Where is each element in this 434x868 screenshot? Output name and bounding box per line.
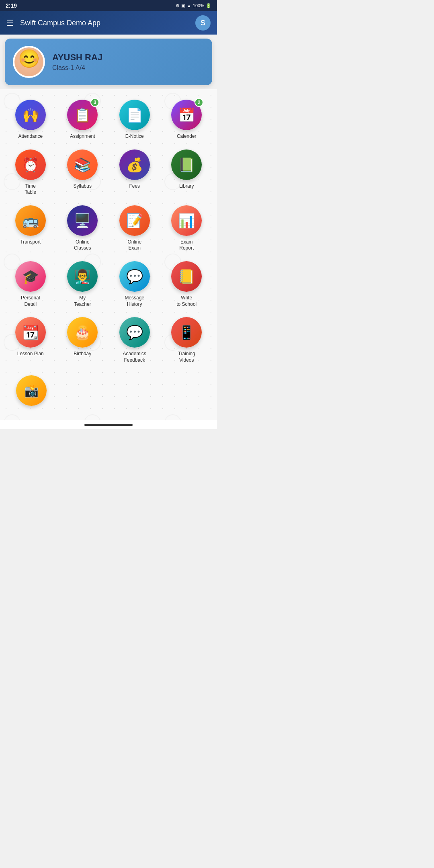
- badge-assignment: 3: [90, 98, 99, 107]
- profile-info: AYUSH RAJ Class-1 A/4: [52, 52, 102, 72]
- battery-icon: 🔋: [206, 3, 211, 8]
- profile-avatar-button[interactable]: S: [195, 15, 211, 31]
- status-icons: ⚙ ▣ ▲ 100% 🔋: [176, 3, 211, 8]
- grid-item-e-notice[interactable]: 📄 E-Notice: [110, 96, 160, 143]
- label-e-notice: E-Notice: [125, 133, 144, 140]
- wifi-icon: ▣: [181, 3, 185, 8]
- icon-message-history: 💬: [119, 261, 150, 292]
- label-time-table: TimeTable: [25, 183, 36, 196]
- label-write-to-school: Writeto School: [176, 295, 197, 307]
- grid-item-lesson-plan[interactable]: 📆 Lesson Plan: [6, 313, 55, 366]
- bottom-bar: [0, 420, 217, 429]
- grid-item-partial[interactable]: 📸: [6, 371, 57, 412]
- label-calender: Calender: [177, 133, 197, 140]
- grid-item-online-classes[interactable]: 🖥️ OnlineClasses: [58, 201, 108, 255]
- icon-birthday: 🎂: [67, 317, 98, 348]
- label-assignment: Assignment: [70, 133, 95, 140]
- label-message-history: MessageHistory: [125, 295, 144, 307]
- grid-item-exam-report[interactable]: 📊 ExamReport: [162, 201, 212, 255]
- icon-write-to-school: 📒: [171, 261, 202, 292]
- grid-item-library[interactable]: 📗 Library: [162, 145, 212, 199]
- label-lesson-plan: Lesson Plan: [17, 351, 44, 357]
- label-fees: Fees: [129, 183, 140, 190]
- signal-icon: ▲: [187, 3, 191, 8]
- icon-calender: 📅 2: [171, 100, 202, 130]
- app-title: Swift Campus Demo App: [20, 19, 195, 27]
- icon-transport: 🚌: [15, 205, 46, 236]
- icon-lesson-plan: 📆: [15, 317, 46, 348]
- label-personal-detail: PersonalDetail: [21, 295, 40, 307]
- icon-exam-report: 📊: [171, 205, 202, 236]
- grid-item-transport[interactable]: 🚌 Transport: [6, 201, 55, 255]
- grid-item-calender[interactable]: 📅 2 Calender: [162, 96, 212, 143]
- status-time: 2:19: [6, 2, 17, 9]
- grid-item-online-exam[interactable]: 📝 OnlineExam: [110, 201, 160, 255]
- grid-item-birthday[interactable]: 🎂 Birthday: [58, 313, 108, 366]
- grid-item-academics-feedback[interactable]: 💬 AcademicsFeedback: [110, 313, 160, 366]
- grid-item-assignment[interactable]: 📋 3 Assignment: [58, 96, 108, 143]
- avatar-label: S: [201, 19, 205, 27]
- label-transport: Transport: [20, 239, 41, 246]
- icon-assignment: 📋 3: [67, 100, 98, 130]
- profile-class: Class-1 A/4: [52, 64, 102, 72]
- menu-icon[interactable]: ☰: [6, 18, 14, 28]
- slack-icon: ⚙: [176, 3, 180, 8]
- label-academics-feedback: AcademicsFeedback: [123, 351, 146, 363]
- app-header: ☰ Swift Campus Demo App S: [0, 11, 217, 35]
- grid-item-message-history[interactable]: 💬 MessageHistory: [110, 257, 160, 311]
- icon-my-teacher: 👨‍🏫: [67, 261, 98, 292]
- label-online-exam: OnlineExam: [127, 239, 141, 252]
- label-my-teacher: MyTeacher: [74, 295, 91, 307]
- main-content: 🙌 Attendance 📋 3 Assignment 📄 E-Notice 📅…: [0, 89, 217, 420]
- avatar-image: [14, 47, 43, 76]
- icon-personal-detail: 🎓: [15, 261, 46, 292]
- grid-item-time-table[interactable]: ⏰ TimeTable: [6, 145, 55, 199]
- partial-icon: 📸: [16, 375, 47, 406]
- icon-library: 📗: [171, 149, 202, 180]
- label-online-classes: OnlineClasses: [74, 239, 91, 252]
- icon-online-classes: 🖥️: [67, 205, 98, 236]
- icon-academics-feedback: 💬: [119, 317, 150, 348]
- badge-calender: 2: [194, 98, 203, 107]
- label-birthday: Birthday: [74, 351, 91, 357]
- grid-item-personal-detail[interactable]: 🎓 PersonalDetail: [6, 257, 55, 311]
- label-library: Library: [179, 183, 194, 190]
- icon-attendance: 🙌: [15, 100, 46, 130]
- grid-item-attendance[interactable]: 🙌 Attendance: [6, 96, 55, 143]
- icon-syllabus: 📚: [67, 149, 98, 180]
- home-indicator: [84, 424, 133, 426]
- icon-time-table: ⏰: [15, 149, 46, 180]
- grid-item-training-videos[interactable]: 📱 TrainingVideos: [162, 313, 212, 366]
- icon-fees: 💰: [119, 149, 150, 180]
- icon-online-exam: 📝: [119, 205, 150, 236]
- label-syllabus: Syllabus: [74, 183, 92, 190]
- profile-name: AYUSH RAJ: [52, 52, 102, 63]
- grid-item-my-teacher[interactable]: 👨‍🏫 MyTeacher: [58, 257, 108, 311]
- battery-text: 100%: [193, 3, 204, 8]
- feature-grid: 🙌 Attendance 📋 3 Assignment 📄 E-Notice 📅…: [3, 93, 214, 369]
- label-attendance: Attendance: [18, 133, 43, 140]
- icon-training-videos: 📱: [171, 317, 202, 348]
- status-bar: 2:19 ⚙ ▣ ▲ 100% 🔋: [0, 0, 217, 11]
- profile-card: AYUSH RAJ Class-1 A/4: [5, 39, 212, 85]
- label-exam-report: ExamReport: [179, 239, 194, 252]
- grid-item-fees[interactable]: 💰 Fees: [110, 145, 160, 199]
- avatar: [13, 46, 45, 78]
- icon-e-notice: 📄: [119, 100, 150, 130]
- grid-item-write-to-school[interactable]: 📒 Writeto School: [162, 257, 212, 311]
- grid-item-syllabus[interactable]: 📚 Syllabus: [58, 145, 108, 199]
- label-training-videos: TrainingVideos: [178, 351, 195, 363]
